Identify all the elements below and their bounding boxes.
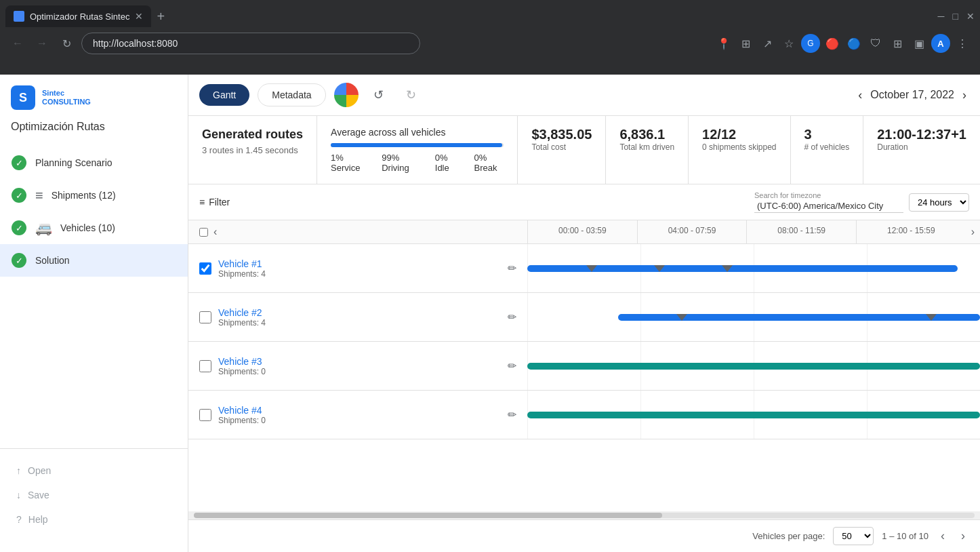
vehicle3-bar-area <box>527 342 980 390</box>
table-row: Vehicle #3 Shipments: 0 ✏ <box>188 342 980 391</box>
vehicle1-bar-area <box>527 244 980 292</box>
km-value: 6,836.1 <box>619 127 674 142</box>
cost-value: $3,835.05 <box>531 127 592 142</box>
timezone-select: Search for timezone 24 hours 12 hours 6 … <box>754 191 969 213</box>
extension-icon-2[interactable]: 🔵 <box>844 34 863 53</box>
logo-icon: S <box>11 85 35 110</box>
minimize-button[interactable]: ─ <box>938 11 945 22</box>
translate-icon[interactable]: ⊞ <box>736 34 755 53</box>
filter-label: Filter <box>209 197 230 208</box>
filter-button[interactable]: ≡ Filter <box>199 197 230 208</box>
cost-section: $3,835.05 Total cost <box>518 116 606 184</box>
filter-bar: ≡ Filter Search for timezone 24 hours 12… <box>188 184 980 220</box>
next-page-button[interactable]: › <box>957 528 969 545</box>
duration-section: 21:00-12:37+1 Duration <box>863 116 980 184</box>
generated-routes-section: Generated routes 3 routes in 1.45 second… <box>188 116 317 184</box>
sidebar-item-solution[interactable]: ✓ Solution <box>0 244 188 277</box>
undo-button[interactable]: ↺ <box>367 83 391 107</box>
gantt-times: 00:00 - 03:59 04:00 - 07:59 08:00 - 11:5… <box>527 220 966 243</box>
active-tab[interactable]: Optimizador Rutas Sintec ✕ <box>5 5 151 27</box>
maximize-button[interactable]: □ <box>953 11 958 22</box>
vehicle2-edit-button[interactable]: ✏ <box>508 311 516 323</box>
gantt-area: ≡ Filter Search for timezone 24 hours 12… <box>188 184 980 552</box>
color-picker-button[interactable] <box>334 83 359 107</box>
shipments-value: 12/12 <box>702 127 776 142</box>
gantt-tab-button[interactable]: Gantt <box>199 84 249 106</box>
vehicles-value: 3 <box>804 127 850 142</box>
help-action[interactable]: ? Help <box>11 509 177 530</box>
gantt-rows: Vehicle #1 Shipments: 4 ✏ <box>188 244 980 511</box>
extension-icon-1[interactable]: 🔴 <box>823 34 842 53</box>
vehicle4-info: Vehicle #4 Shipments: 0 <box>218 405 501 425</box>
location-icon[interactable]: 📍 <box>714 34 733 53</box>
extension-icon-3[interactable]: 🛡 <box>866 34 885 53</box>
time-slot-2: 08:00 - 11:59 <box>746 220 856 243</box>
scroll-thumb[interactable] <box>194 513 662 518</box>
generated-title: Generated routes <box>202 127 303 142</box>
page-info: 1 – 10 of 10 <box>882 531 928 541</box>
menu-button[interactable]: ⋮ <box>953 34 972 53</box>
vehicle3-checkbox[interactable] <box>199 360 211 372</box>
share-icon[interactable]: ↗ <box>758 34 777 53</box>
timezone-input[interactable] <box>754 199 903 213</box>
sidebar-label-vehicles: Vehicles (10) <box>60 222 115 233</box>
vehicle1-marker-2 <box>654 265 665 272</box>
time-slot-3: 12:00 - 15:59 <box>856 220 966 243</box>
vehicle2-bar-area <box>527 293 980 341</box>
extensions-icon[interactable]: ⊞ <box>888 34 907 53</box>
gantt-prev-button[interactable]: ‹ <box>213 226 217 238</box>
sidebar-label-solution: Solution <box>35 255 70 266</box>
select-all-checkbox[interactable] <box>199 228 208 237</box>
vehicle2-checkbox[interactable] <box>199 311 211 323</box>
metadata-tab-button[interactable]: Metadata <box>258 83 325 106</box>
sidebar-item-planning[interactable]: ✓ Planning Scenario <box>0 146 188 179</box>
redo-button[interactable]: ↻ <box>399 83 424 107</box>
close-window-button[interactable]: ✕ <box>966 11 975 22</box>
gantt-label-col-header: ‹ <box>188 220 527 243</box>
tab-close-button[interactable]: ✕ <box>135 11 143 22</box>
save-action[interactable]: ↓ Save <box>11 484 177 506</box>
avg-section: Average across all vehicles 1% Service 9… <box>317 116 518 184</box>
vehicle1-edit-button[interactable]: ✏ <box>508 262 516 275</box>
sidebar-item-vehicles[interactable]: ✓ 🚐 Vehicles (10) <box>0 212 188 244</box>
reload-button[interactable]: ↻ <box>57 34 76 53</box>
profile-button[interactable]: A <box>931 34 950 53</box>
gantt-next-button[interactable]: › <box>966 220 980 243</box>
shipments-icon: ≡ <box>35 188 43 203</box>
google-account-icon[interactable]: G <box>801 34 820 53</box>
vehicle1-checkbox[interactable] <box>199 262 211 275</box>
table-row: Vehicle #4 Shipments: 0 ✏ <box>188 391 980 439</box>
address-bar[interactable]: http://localhost:8080 <box>81 33 420 54</box>
bookmark-icon[interactable]: ☆ <box>779 34 798 53</box>
shipments-section: 12/12 0 shipments skipped <box>689 116 790 184</box>
new-tab-button[interactable]: + <box>151 6 170 27</box>
open-action[interactable]: ↑ Open <box>11 460 177 481</box>
horizontal-scrollbar[interactable] <box>188 511 980 519</box>
forward-button[interactable]: → <box>33 34 52 53</box>
nav-bar: ← → ↻ http://localhost:8080 📍 ⊞ ↗ ☆ G 🔴 … <box>0 27 980 60</box>
vehicles-icon: 🚐 <box>35 220 52 236</box>
save-icon: ↓ <box>16 490 21 500</box>
next-date-button[interactable]: › <box>960 85 969 105</box>
hours-select[interactable]: 24 hours 12 hours 6 hours <box>909 193 969 212</box>
prev-date-button[interactable]: ‹ <box>855 85 865 105</box>
prev-page-button[interactable]: ‹ <box>937 528 949 545</box>
per-page-select[interactable]: 10 25 50 100 <box>833 527 874 545</box>
sidebar-item-shipments[interactable]: ✓ ≡ Shipments (12) <box>0 179 188 212</box>
vehicle4-edit-button[interactable]: ✏ <box>508 408 516 421</box>
check-icon-solution: ✓ <box>11 252 27 269</box>
filter-icon: ≡ <box>199 197 205 208</box>
vehicle4-checkbox[interactable] <box>199 409 211 421</box>
back-button[interactable]: ← <box>8 34 27 53</box>
cost-label: Total cost <box>531 142 592 152</box>
table-row: Vehicle #1 Shipments: 4 ✏ <box>188 244 980 293</box>
save-label: Save <box>28 490 49 500</box>
vehicle3-edit-button[interactable]: ✏ <box>508 359 516 372</box>
vehicle1-marker-1 <box>586 265 597 272</box>
sidebar: S SintecCONSULTING Optimización Rutas ✓ … <box>0 75 188 552</box>
vehicle3-label: Vehicle #3 Shipments: 0 ✏ <box>188 356 527 376</box>
service-pct: 1% Service <box>331 153 365 173</box>
main: Gantt Metadata ↺ ↻ ‹ October 17, 2022 › … <box>188 75 980 552</box>
scroll-track <box>194 513 975 518</box>
layout-icon[interactable]: ▣ <box>910 34 928 53</box>
